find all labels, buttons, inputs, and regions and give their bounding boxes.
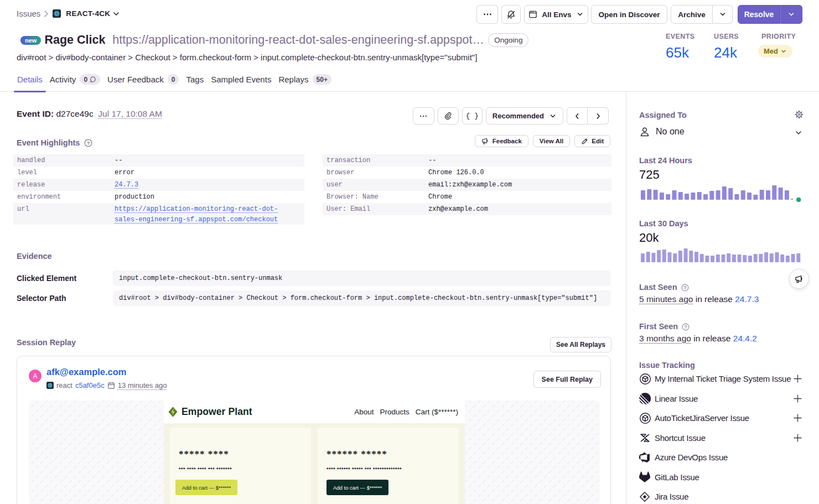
svg-text:?: ? [683,285,686,290]
svg-text:?: ? [87,141,90,146]
svg-text:?: ? [685,324,687,330]
